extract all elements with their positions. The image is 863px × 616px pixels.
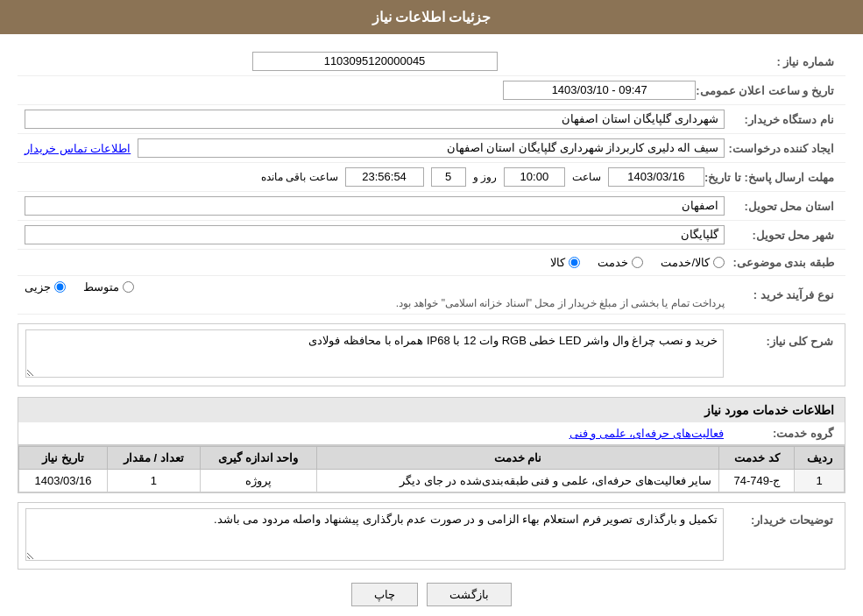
- category-label: طبقه بندی موضوعی:: [725, 256, 838, 269]
- table-row: 1 ج-749-74 سایر فعالیت‌های حرفه‌ای، علمی…: [19, 470, 845, 492]
- service-group-row: گروه خدمت: فعالیت‌های حرفه‌ای، علمی و فن…: [18, 422, 845, 445]
- col-row-num: ردیف: [795, 447, 845, 470]
- services-section-title: اطلاعات خدمات مورد نیاز: [18, 397, 845, 422]
- cell-unit: پروژه: [200, 470, 316, 492]
- need-desc-row: شرح کلی نیاز: document.addEventListener(…: [18, 323, 845, 386]
- category-khadamat-label: خدمت: [598, 256, 628, 269]
- announce-date-row: تاریخ و ساعت اعلان عمومی: 1403/03/10 - 0…: [18, 76, 845, 105]
- cell-count: 1: [108, 470, 201, 492]
- city-row: شهر محل تحویل: گلپایگان: [18, 221, 845, 250]
- deadline-time: 10:00: [504, 167, 565, 187]
- buyer-notes-textarea[interactable]: [25, 508, 724, 561]
- buyer-org-label: نام دستگاه خریدار:: [725, 113, 838, 126]
- need-number-label: شماره نیاز :: [725, 55, 838, 68]
- creator-value: سیف اله دلیری کاربرداز شهرداری گلپایگان …: [138, 138, 725, 158]
- deadline-time-label: ساعت: [572, 171, 601, 183]
- category-kala-khadamat-label: کالا/خدمت: [661, 256, 710, 269]
- province-value: اصفهان: [25, 196, 725, 216]
- announce-date-value: 1403/03/10 - 09:47: [503, 81, 696, 100]
- col-date: تاریخ نیاز: [19, 447, 108, 470]
- buyer-org-row: نام دستگاه خریدار: شهرداری گلپایگان استا…: [18, 105, 845, 134]
- page-header: جزئیات اطلاعات نیاز: [0, 0, 863, 34]
- need-number-value: 1103095120000045: [252, 52, 498, 71]
- deadline-label: مهلت ارسال پاسخ: تا تاریخ:: [704, 171, 838, 184]
- need-desc-label: شرح کلی نیاز:: [724, 329, 838, 348]
- back-button[interactable]: بازگشت: [427, 583, 512, 606]
- button-bar: بازگشت چاپ: [18, 583, 845, 606]
- cell-service-code: ج-749-74: [719, 470, 795, 492]
- purchase-type-row: نوع فرآیند خرید : متوسط جزیی پرداخت تمام…: [18, 276, 845, 315]
- category-row: طبقه بندی موضوعی: کالا/خدمت خدمت کالا: [18, 250, 845, 276]
- purchase-jozei[interactable]: جزیی: [25, 280, 66, 294]
- service-group-value[interactable]: فعالیت‌های حرفه‌ای، علمی و فنی: [569, 427, 724, 440]
- creator-label: ایجاد کننده درخواست:: [725, 142, 838, 155]
- cell-row-num: 1: [795, 470, 845, 492]
- deadline-days-label: روز و: [473, 171, 497, 183]
- print-button[interactable]: چاپ: [351, 583, 418, 606]
- category-kala-label: کالا: [550, 256, 565, 269]
- city-value: گلپایگان: [25, 225, 725, 244]
- category-kala[interactable]: کالا: [550, 256, 580, 269]
- contact-link[interactable]: اطلاعات تماس خریدار: [25, 142, 131, 155]
- cell-service-name: سایر فعالیت‌های حرفه‌ای، علمی و فنی طبقه…: [316, 470, 719, 492]
- col-unit: واحد اندازه گیری: [200, 447, 316, 470]
- deadline-row: مهلت ارسال پاسخ: تا تاریخ: 1403/03/16 سا…: [18, 163, 845, 192]
- province-row: استان محل تحویل: اصفهان: [18, 192, 845, 221]
- city-label: شهر محل تحویل:: [725, 229, 838, 242]
- purchase-type-label: نوع فرآیند خرید :: [725, 288, 838, 301]
- deadline-days: 5: [431, 167, 466, 187]
- col-service-code: کد خدمت: [719, 447, 795, 470]
- creator-row: ایجاد کننده درخواست: سیف اله دلیری کاربر…: [18, 134, 845, 163]
- deadline-remaining-label: ساعت باقی مانده: [261, 171, 338, 183]
- services-table-wrapper: ردیف کد خدمت نام خدمت واحد اندازه گیری ت…: [18, 445, 845, 493]
- deadline-date: 1403/03/16: [608, 167, 704, 187]
- category-khadamat[interactable]: خدمت: [598, 256, 643, 269]
- buyer-notes-row: توضیحات خریدار:: [18, 502, 845, 570]
- purchase-motevaset[interactable]: متوسط: [83, 280, 134, 294]
- announce-date-label: تاریخ و ساعت اعلان عمومی:: [696, 84, 838, 97]
- buyer-org-value: شهرداری گلپایگان استان اصفهان: [25, 110, 725, 129]
- purchase-jozei-label: جزیی: [25, 280, 51, 294]
- purchase-type-desc: پرداخت تمام یا بخشی از مبلغ خریدار از مح…: [25, 297, 725, 309]
- buyer-notes-label: توضیحات خریدار:: [724, 508, 838, 527]
- services-table: ردیف کد خدمت نام خدمت واحد اندازه گیری ت…: [18, 446, 845, 492]
- need-desc-textarea[interactable]: [25, 329, 724, 378]
- col-count: تعداد / مقدار: [108, 447, 201, 470]
- deadline-remaining: 23:56:54: [345, 167, 424, 187]
- service-group-label: گروه خدمت:: [724, 427, 838, 440]
- purchase-motevaset-label: متوسط: [83, 280, 119, 294]
- category-kala-khadamat[interactable]: کالا/خدمت: [661, 256, 725, 269]
- page-title: جزئیات اطلاعات نیاز: [372, 10, 492, 25]
- col-service-name: نام خدمت: [316, 447, 719, 470]
- need-number-row: شماره نیاز : 1103095120000045: [18, 47, 845, 76]
- province-label: استان محل تحویل:: [725, 200, 838, 213]
- cell-date: 1403/03/16: [19, 470, 108, 492]
